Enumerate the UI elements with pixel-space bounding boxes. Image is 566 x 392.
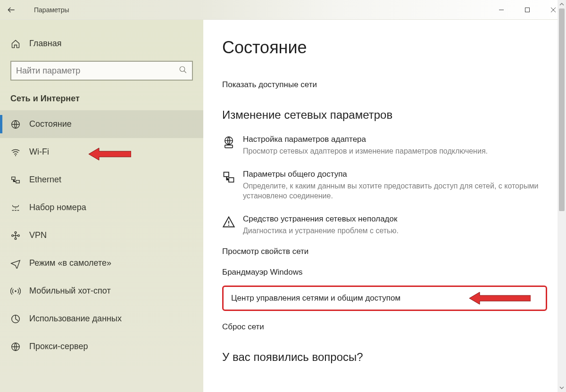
nav-item-dialup[interactable]: Набор номера [0, 194, 203, 221]
svg-rect-18 [229, 178, 234, 182]
svg-point-7 [12, 235, 14, 237]
arrow-left-icon [7, 5, 16, 15]
sharing-icon [222, 171, 236, 185]
nav-item-vpn[interactable]: VPN [0, 221, 203, 249]
close-icon [550, 7, 556, 13]
data-usage-icon [10, 314, 21, 324]
show-networks-link[interactable]: Показать доступные сети [222, 80, 317, 90]
svg-point-1 [180, 66, 185, 72]
page-heading: Состояние [222, 38, 547, 57]
option-desc: Диагностика и устранение проблем с сетью… [243, 226, 399, 236]
section-label: Сеть и Интернет [10, 94, 193, 104]
svg-rect-16 [225, 145, 233, 148]
option-sharing[interactable]: Параметры общего доступа Определите, к к… [222, 170, 547, 201]
option-troubleshoot[interactable]: Средство устранения сетевых неполадок Ди… [222, 214, 547, 236]
minimize-button[interactable] [488, 0, 514, 20]
nav-label: Wi-Fi [29, 147, 49, 157]
scroll-down-button[interactable] [558, 384, 566, 392]
svg-point-6 [15, 208, 16, 209]
wifi-icon [10, 147, 21, 157]
nav-label: Ethernet [29, 175, 61, 185]
svg-point-8 [18, 235, 20, 237]
bottom-heading: У вас появились вопросы? [222, 351, 547, 364]
option-title: Настройка параметров адаптера [243, 135, 488, 144]
home-label: Главная [29, 39, 62, 49]
link-sharing-center-highlight[interactable]: Центр управления сетями и общим доступом [222, 286, 547, 311]
search-input[interactable] [10, 61, 193, 81]
back-button[interactable] [2, 0, 21, 20]
minimize-icon [499, 7, 504, 13]
home-icon [10, 39, 21, 49]
nav-label: Прокси-сервер [29, 342, 88, 351]
nav-label: Набор номера [29, 203, 86, 212]
window-title: Параметры [34, 6, 69, 14]
nav-label: VPN [29, 230, 47, 240]
airplane-icon [10, 258, 21, 269]
main-panel: Состояние Показать доступные сети Измене… [203, 20, 566, 392]
subheading: Изменение сетевых параметров [222, 108, 547, 122]
nav-item-ethernet[interactable]: Ethernet [0, 166, 203, 194]
svg-marker-20 [469, 292, 531, 304]
svg-point-19 [228, 225, 229, 226]
vpn-icon [10, 230, 21, 241]
hotspot-icon [10, 286, 21, 296]
svg-point-9 [15, 231, 17, 233]
option-adapter[interactable]: Настройка параметров адаптера Просмотр с… [222, 135, 547, 156]
scroll-up-button[interactable] [558, 0, 566, 8]
annotation-arrow-icon [469, 290, 531, 306]
scroll-thumb[interactable] [559, 8, 565, 211]
scrollbar[interactable] [558, 0, 566, 392]
nav-label: Состояние [29, 119, 72, 129]
nav-item-data-usage[interactable]: Использование данных [0, 305, 203, 333]
home-button[interactable]: Главная [0, 34, 203, 53]
nav-label: Мобильный хот-спот [29, 286, 111, 296]
svg-rect-5 [16, 180, 19, 183]
proxy-icon [10, 342, 21, 352]
svg-point-3 [15, 155, 16, 156]
link-sharing-center: Центр управления сетями и общим доступом [231, 294, 400, 303]
sidebar: Главная Сеть и Интернет Состояние Wi-Fi … [0, 20, 203, 392]
link-reset[interactable]: Сброс сети [222, 322, 547, 332]
option-desc: Определите, к каким данным вы хотите пре… [243, 181, 547, 201]
globe-icon [10, 119, 21, 130]
svg-rect-17 [224, 172, 229, 176]
option-title: Параметры общего доступа [243, 170, 547, 179]
maximize-icon [524, 7, 530, 13]
svg-rect-4 [12, 177, 15, 180]
option-desc: Просмотр сетевых адаптеров и изменение п… [243, 146, 488, 156]
nav-item-hotspot[interactable]: Мобильный хот-спот [0, 277, 203, 305]
dialup-icon [10, 203, 21, 213]
adapter-icon [222, 136, 236, 150]
option-title: Средство устранения сетевых неполадок [243, 214, 399, 224]
link-firewall[interactable]: Брандмауэр Windows [222, 268, 547, 277]
nav-item-status[interactable]: Состояние [0, 110, 203, 138]
search-icon [179, 65, 187, 76]
nav-label: Режим «в самолете» [29, 258, 111, 268]
nav-item-airplane[interactable]: Режим «в самолете» [0, 249, 203, 277]
nav-label: Использование данных [29, 314, 122, 324]
nav-item-proxy[interactable]: Прокси-сервер [0, 333, 203, 360]
svg-point-10 [15, 237, 17, 239]
warning-icon [222, 215, 236, 229]
nav-item-wifi[interactable]: Wi-Fi [0, 138, 203, 166]
svg-point-11 [15, 290, 17, 292]
svg-rect-0 [525, 8, 529, 12]
ethernet-icon [10, 175, 21, 185]
link-view-properties[interactable]: Просмотр свойств сети [222, 247, 547, 256]
titlebar: Параметры [0, 0, 566, 20]
maximize-button[interactable] [514, 0, 540, 20]
